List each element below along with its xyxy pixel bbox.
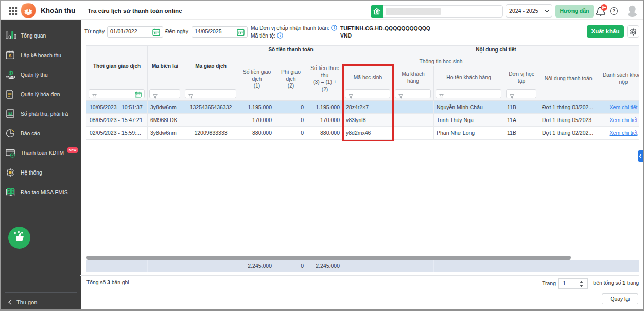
svg-text:$: $ [9,111,11,115]
svg-text:$: $ [27,9,29,13]
svg-text:$: $ [10,72,12,76]
svg-text:$: $ [9,53,11,58]
